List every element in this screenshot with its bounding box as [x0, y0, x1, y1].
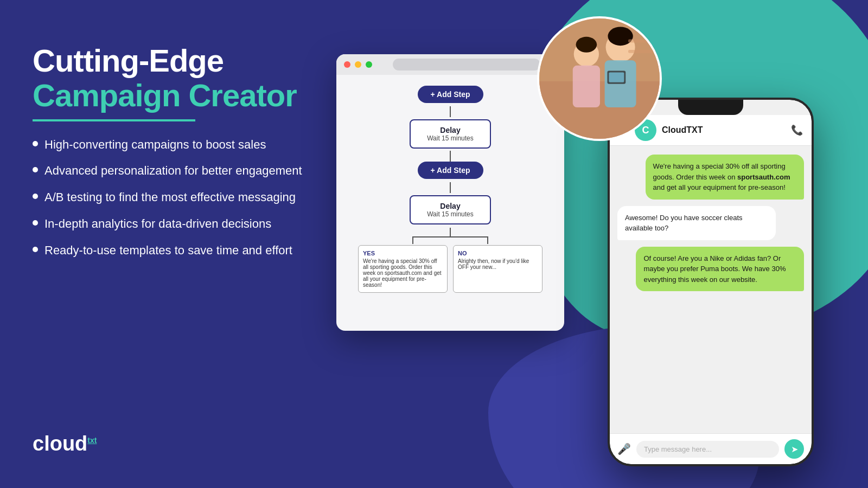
bullet-icon	[33, 194, 38, 199]
headline-line2: Campaign Creator	[33, 78, 336, 113]
bullet-icon	[33, 141, 38, 146]
contact-name: CloudTXT	[662, 125, 786, 135]
list-item: High-converting campaigns to boost sales	[33, 137, 336, 153]
delay-block-1: Delay Wait 15 minutes	[410, 119, 491, 149]
delay-block-2: Delay Wait 15 minutes	[410, 195, 491, 224]
svg-rect-6	[573, 66, 600, 107]
desktop-mockup: + Add Step Delay Wait 15 minutes + Add S…	[336, 54, 564, 331]
phone-notch	[678, 100, 743, 115]
call-icon[interactable]: 📞	[791, 124, 803, 136]
delay-title-1: Delay	[427, 126, 474, 134]
flow-connector-2	[450, 151, 451, 162]
phone-mockup: ← C CloudTXT 📞 We're having a special 30…	[608, 98, 814, 466]
branch-yes: YES We're having a special 30% off all s…	[358, 245, 448, 293]
message-sent-2: Of course! Are you a Nike or Adidas fan?…	[636, 247, 804, 292]
svg-point-7	[576, 37, 597, 53]
list-item: A/B testing to find the most effective m…	[33, 189, 336, 206]
messages-container: We're having a special 30% off all sport…	[610, 146, 812, 433]
bullet-icon	[33, 167, 38, 172]
message-sent-1: We're having a special 30% off all sport…	[646, 155, 804, 200]
headline-line1: Cutting-Edge	[33, 43, 336, 78]
branch-yes-label: YES	[363, 250, 443, 256]
svg-rect-11	[628, 50, 660, 53]
circular-photo	[537, 16, 662, 141]
window-maximize-dot	[366, 61, 372, 68]
list-item: Advanced personalization for better enga…	[33, 163, 336, 179]
svg-rect-9	[609, 72, 624, 82]
flow-connector-3	[450, 182, 451, 193]
phone-screen: ← C CloudTXT 📞 We're having a special 30…	[610, 100, 812, 464]
window-minimize-dot	[355, 61, 361, 68]
flow-connector-1	[450, 106, 451, 117]
mic-icon[interactable]: 🎤	[617, 442, 631, 455]
add-step-button-1[interactable]: + Add Step	[418, 86, 483, 103]
list-item: In-depth analytics for data-driven decis…	[33, 216, 336, 233]
bullet-icon	[33, 247, 38, 252]
logo: cloudtxt	[33, 432, 97, 455]
add-step-button-2[interactable]: + Add Step	[418, 162, 483, 179]
branch-no-label: NO	[458, 250, 538, 256]
bullet-icon	[33, 220, 38, 226]
window-close-dot	[344, 61, 350, 68]
branch-no-text: Alrighty then, now if you'd like OFF you…	[458, 258, 538, 270]
left-content: Cutting-Edge Campaign Creator High-conve…	[33, 43, 336, 269]
message-received-1: Awesome! Do you have soccer cleats avail…	[617, 206, 776, 240]
svg-point-4	[608, 27, 633, 46]
branch-no: NO Alrighty then, now if you'd like OFF …	[453, 245, 542, 293]
branch-connector	[374, 228, 526, 244]
delay-title-2: Delay	[427, 202, 474, 210]
branch-row: YES We're having a special 30% off all s…	[358, 245, 542, 293]
branch-yes-text: We're having a special 30% off all sport…	[363, 258, 443, 288]
delay-subtitle-2: Wait 15 minutes	[427, 210, 474, 218]
flow-canvas: + Add Step Delay Wait 15 minutes + Add S…	[336, 75, 564, 304]
logo-word-txt: txt	[87, 436, 97, 445]
send-button[interactable]: ➤	[784, 439, 804, 459]
list-item: Ready-to-use templates to save time and …	[33, 242, 336, 259]
titlebar	[336, 54, 564, 75]
headline-underline	[33, 119, 195, 121]
logo-word-cloud: cloud	[33, 432, 87, 455]
delay-subtitle-1: Wait 15 minutes	[427, 134, 474, 142]
message-input-bar: 🎤 Type message here... ➤	[610, 433, 812, 464]
url-bar	[393, 59, 540, 70]
feature-list: High-converting campaigns to boost sales…	[33, 137, 336, 259]
message-input-placeholder[interactable]: Type message here...	[636, 441, 779, 458]
